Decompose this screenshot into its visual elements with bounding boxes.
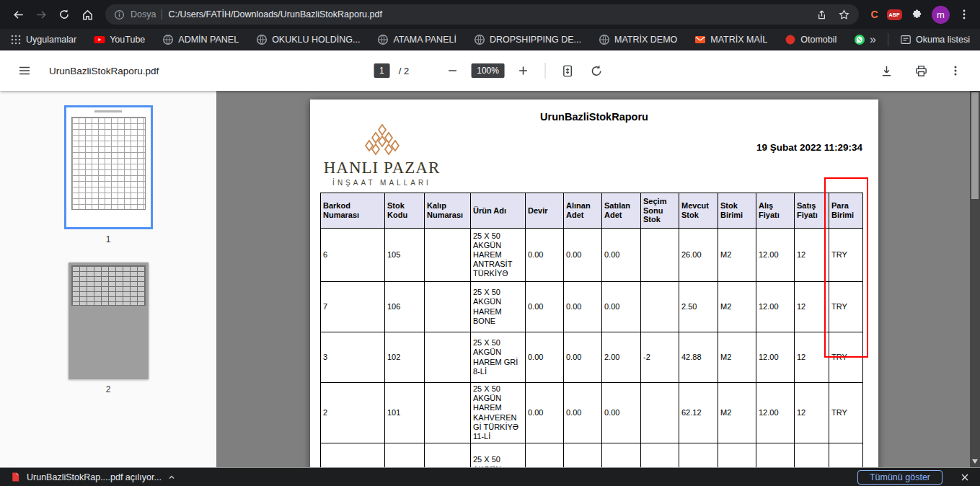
address-bar[interactable]: Dosya C:/Users/FATİH/Downloads/UrunBazli… (105, 4, 859, 25)
download-filename[interactable]: UrunBazliStokRap....pdf açılıyor... (27, 472, 162, 482)
whatsapp-icon (854, 34, 865, 45)
zoom-in-icon[interactable] (513, 61, 534, 81)
table-cell (526, 443, 564, 467)
vertical-scrollbar[interactable] (970, 91, 980, 467)
pdf-toolbar-actions (876, 61, 966, 81)
pdf-viewport[interactable]: UrunBazliStokRaporu (216, 91, 970, 467)
table-cell: 2.00 (602, 332, 641, 383)
table-cell: M2 (718, 332, 756, 383)
bookmark-label: MATRİX MAİL (710, 35, 767, 45)
table-cell (602, 443, 641, 467)
more-options-icon[interactable] (945, 61, 966, 81)
home-button[interactable] (76, 4, 98, 25)
globe-icon (256, 34, 268, 45)
url-separator (162, 9, 162, 19)
table-cell: 12.00 (756, 282, 795, 332)
thumbnail-title-line (94, 110, 121, 112)
table-cell (718, 443, 756, 467)
print-icon[interactable] (911, 61, 931, 81)
url-text: C:/Users/FATİH/Downloads/UrunBazliStokRa… (168, 9, 810, 19)
table-cell: 12.00 (756, 383, 795, 443)
table-cell: 25 X 50 AKGÜN HAREM KAHVERENGİ TÜRKİYƏ 1… (471, 383, 526, 443)
download-icon[interactable] (876, 61, 896, 81)
table-cell: 25 X 50 AKGÜN (471, 443, 526, 467)
download-caret-icon[interactable] (167, 473, 176, 482)
page-info-icon[interactable] (114, 9, 125, 20)
page-number-input[interactable]: 1 (374, 63, 390, 78)
bookmark-item[interactable]: ADMİN PANEL (162, 34, 239, 45)
url-prefix: Dosya (131, 9, 156, 19)
rotate-icon[interactable] (586, 61, 606, 81)
table-cell: 0.00 (526, 383, 564, 443)
browser-menu-icon[interactable] (955, 6, 973, 23)
fit-page-icon[interactable] (557, 61, 578, 81)
table-body: 610525 X 50 AKGÜN HAREM ANTRASİT TÜRKİYƏ… (321, 229, 863, 468)
table-cell: M2 (718, 229, 756, 282)
extensions-puzzle-icon[interactable] (911, 9, 923, 21)
reading-list-button[interactable]: Okuma listesi (900, 34, 970, 45)
browser-window: Dosya C:/Users/FATİH/Downloads/UrunBazli… (0, 0, 980, 486)
table-cell: 62.12 (679, 383, 718, 443)
bookmark-item[interactable]: OKUKLU HOLDİNG... (256, 34, 360, 45)
hamburger-menu-icon[interactable] (14, 61, 35, 81)
profile-avatar[interactable]: m (932, 6, 950, 24)
bookmark-item[interactable]: Otomobil (785, 34, 836, 45)
mail-icon (694, 34, 706, 45)
table-cell: 12 (795, 229, 829, 282)
table-head: Barkod NumarasıStok KoduKalıp NumarasıÜr… (321, 193, 863, 229)
globe-icon (599, 34, 610, 45)
table-cell (425, 383, 471, 443)
thumbnail-label-2: 2 (106, 384, 111, 394)
table-cell: 106 (385, 282, 425, 332)
column-header: Kalıp Numarası (425, 193, 471, 229)
reload-button[interactable] (53, 4, 75, 25)
adblock-plus-extension-icon[interactable]: ABP (887, 9, 902, 20)
page-thumbnail-2[interactable] (69, 262, 149, 379)
table-cell (425, 443, 471, 467)
zoom-out-icon[interactable] (442, 61, 462, 81)
bookmark-item[interactable]: ATAMA PANELİ (377, 34, 456, 45)
table-cell: 0.00 (602, 383, 641, 443)
bookmark-label: ATAMA PANELİ (393, 35, 456, 45)
table-cell: 3 (321, 332, 385, 383)
column-header: Satılan Adet (602, 193, 641, 229)
table-cell: 25 X 50 AKGÜN HAREM BONE (471, 282, 526, 332)
page-thumbnail-1[interactable] (64, 105, 153, 229)
bookmark-item[interactable]: YouTube (94, 34, 145, 45)
close-download-bar-icon[interactable] (960, 472, 970, 482)
table-row: 710625 X 50 AKGÜN HAREM BONE0.000.000.00… (321, 282, 863, 332)
scroll-down-arrow[interactable] (972, 459, 978, 464)
bookmark-item[interactable]: DROPSHIPPING DE... (474, 34, 581, 45)
table-cell: 6 (321, 229, 385, 282)
scrollbar-thumb[interactable] (971, 92, 979, 199)
table-cell: 0.00 (564, 332, 602, 383)
bookmark-item[interactable]: WhatsApp (854, 34, 870, 45)
table-cell (321, 443, 385, 467)
bookmark-item[interactable]: MATRİX MAİL (694, 34, 767, 45)
red-dot-icon (785, 34, 796, 45)
globe-icon (474, 34, 485, 45)
back-button[interactable] (7, 4, 29, 25)
show-all-downloads-button[interactable]: Tümünü göster (857, 470, 943, 485)
globe-icon (377, 34, 389, 45)
colorzilla-extension-icon[interactable]: C (870, 9, 878, 20)
table-cell: 102 (385, 332, 425, 383)
share-icon[interactable] (816, 9, 828, 21)
bookmark-label: MATRİX DEMO (614, 35, 677, 45)
bookmark-item[interactable]: MATRİX DEMO (599, 34, 677, 45)
extensions-area: CABPm (866, 6, 954, 24)
download-bar: UrunBazliStokRap....pdf açılıyor... Tümü… (0, 467, 980, 486)
pdf-page-1: UrunBazliStokRaporu (310, 100, 878, 467)
pdf-file-icon (10, 472, 21, 482)
bookmark-star-icon[interactable] (838, 9, 850, 21)
bookmark-label: Otomobil (800, 35, 836, 45)
bookmarks-overflow-chevron[interactable]: » (870, 34, 876, 45)
table-cell (425, 229, 471, 282)
table-cell: 0.00 (526, 332, 564, 383)
bookmark-item[interactable]: Uygulamalar (10, 34, 76, 45)
table-cell: TRY (829, 282, 863, 332)
forward-button[interactable] (30, 4, 52, 25)
report-title: UrunBazliStokRaporu (310, 111, 878, 123)
table-cell (641, 282, 679, 332)
bookmarks-divider (888, 33, 888, 46)
